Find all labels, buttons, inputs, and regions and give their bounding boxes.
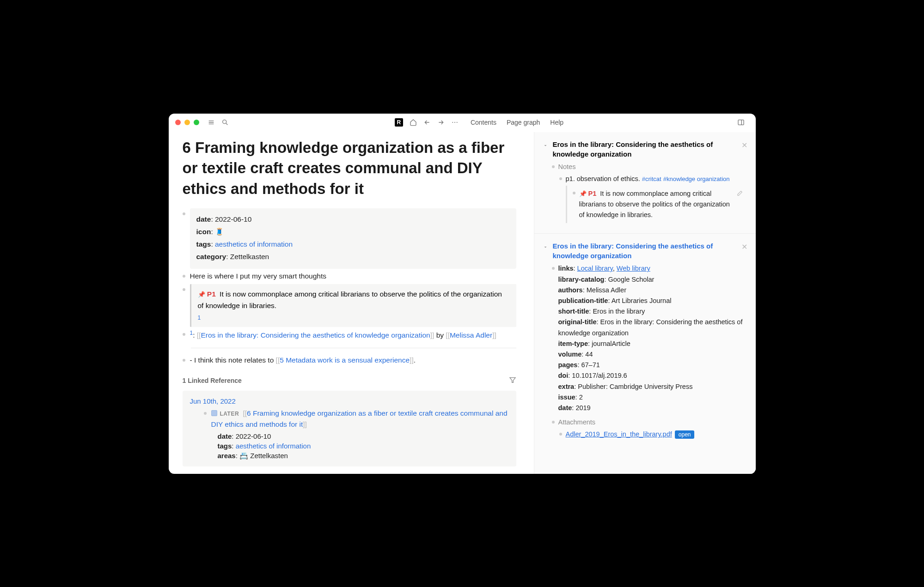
citation-link[interactable]: Eros in the library: Considering the aes… (201, 331, 430, 339)
issue-key: issue (558, 393, 575, 401)
callout-block: 📌 P1 It is now commonplace among critica… (183, 284, 516, 327)
meta-category-key: category (196, 253, 226, 260)
chevron-down-icon[interactable] (543, 142, 548, 150)
doi-val: 10.1017/alj.2019.6 (572, 372, 627, 379)
more-icon[interactable] (451, 119, 459, 126)
catalog-val: Google Scholar (608, 276, 654, 283)
linked-header-text: 1 Linked Reference (183, 377, 242, 384)
todo-checkbox[interactable] (211, 410, 217, 416)
divider (191, 348, 516, 348)
linked-title-link[interactable]: 6 Framing knowledge organization as a fi… (211, 409, 508, 429)
type-key: item-type (558, 340, 588, 347)
pages-key: pages (558, 361, 578, 369)
linked-areas-key: areas (218, 452, 236, 460)
bullet-icon (183, 288, 185, 291)
meta-block: date: 2022-06-10 icon: 🧵 tags: aesthetic… (183, 208, 516, 269)
short-val: Eros in the library (593, 308, 645, 315)
notes-label: Notes (558, 162, 576, 172)
body-line: Here is where I put my very smart though… (183, 271, 516, 282)
app-window: R Contents Page graph Help (169, 114, 756, 474)
linked-tags-key: tags (218, 442, 232, 450)
bullet-icon (559, 433, 562, 436)
meta-icon-key: icon (196, 228, 211, 236)
rp-date-val: 2019 (575, 404, 590, 412)
sidebar-card-title-link[interactable]: Eros in the library: Considering the aes… (553, 241, 737, 260)
pub-val: Art Libraries Journal (612, 297, 672, 304)
web-library-link[interactable]: Web library (617, 265, 650, 272)
linked-areas-val: 📇 Zettelkasten (239, 452, 288, 460)
bullet-icon (552, 165, 555, 168)
bullet-icon (573, 192, 575, 194)
svg-point-7 (457, 122, 458, 123)
bullet-icon (183, 212, 185, 215)
right-sidebar[interactable]: Eros in the library: Considering the aes… (534, 132, 756, 474)
short-key: short-title (558, 308, 589, 315)
filter-icon[interactable] (509, 376, 516, 385)
meta-date-value: 2022-06-10 (215, 215, 251, 223)
author-link[interactable]: Melissa Adler (450, 331, 492, 339)
body-text: Here is where I put my very smart though… (190, 271, 326, 282)
close-window-button[interactable] (175, 120, 181, 125)
main-pane[interactable]: 6 Framing knowledge organization as a fi… (169, 132, 534, 474)
back-icon[interactable] (423, 119, 431, 126)
callout-text: It is now commonplace among critical lib… (198, 290, 502, 309)
linked-tags-link[interactable]: aesthetics of information (236, 442, 311, 450)
maximize-window-button[interactable] (194, 120, 199, 125)
right-menu: Contents Page graph Help (463, 119, 571, 126)
links-key: links (558, 265, 574, 272)
bullet-icon (183, 333, 185, 336)
close-icon[interactable]: ✕ (741, 242, 747, 251)
search-icon[interactable] (221, 119, 229, 126)
hashtag-knowledge-org[interactable]: #knowledge organization (663, 175, 730, 182)
sidebar-card-notes: Eros in the library: Considering the aes… (534, 132, 756, 231)
svg-point-5 (452, 122, 453, 123)
hashtag-critcat[interactable]: #critcat (642, 175, 661, 182)
attachment-link[interactable]: Adler_2019_Eros_in_the_library.pdf (566, 430, 672, 438)
pin-icon: 📌 (198, 291, 205, 298)
home-icon[interactable] (410, 119, 417, 126)
sidebar-card-title[interactable]: Eros in the library: Considering the aes… (553, 139, 737, 159)
linked-references-header[interactable]: 1 Linked Reference (183, 376, 516, 385)
menu-page-graph[interactable]: Page graph (507, 119, 540, 126)
meta-icon-value: 🧵 (215, 228, 224, 236)
relates-suffix: . (414, 356, 416, 364)
hamburger-icon[interactable] (208, 119, 215, 126)
relates-row: - I think this note relates to [[5 Metad… (183, 355, 516, 366)
relates-link[interactable]: 5 Metadata work is a sensual experience (280, 356, 410, 364)
bullet-icon (204, 412, 207, 415)
p1-label: P1 (207, 290, 216, 298)
menu-help[interactable]: Help (550, 119, 563, 126)
type-val: journalArticle (592, 340, 630, 347)
linked-date-link[interactable]: Jun 10th, 2022 (190, 397, 509, 405)
authors-key: authors (558, 286, 583, 294)
bullet-icon (552, 267, 555, 270)
panel-toggle-icon[interactable] (737, 119, 745, 126)
pin-icon: 📌 (579, 190, 587, 197)
forward-icon[interactable] (437, 119, 445, 126)
close-icon[interactable]: ✕ (741, 141, 747, 150)
menu-contents[interactable]: Contents (471, 119, 496, 126)
minimize-window-button[interactable] (184, 120, 190, 125)
bullet-icon (183, 275, 185, 278)
by-text: by (434, 331, 446, 339)
app-logo[interactable]: R (395, 118, 403, 127)
issue-val: 2 (579, 393, 583, 401)
footnote-ref[interactable]: 1 (198, 314, 510, 322)
linked-reference-block: Jun 10th, 2022 LATER [[6 Framing knowled… (183, 391, 516, 467)
pages-val: 67–71 (581, 361, 600, 369)
catalog-key: library-catalog (558, 276, 605, 283)
later-badge: LATER (220, 410, 239, 418)
chevron-down-icon[interactable] (543, 243, 548, 252)
open-button[interactable]: open (675, 430, 695, 439)
titlebar: R Contents Page graph Help (169, 114, 756, 132)
edit-icon[interactable] (736, 189, 743, 200)
bullet-icon (552, 421, 555, 424)
svg-marker-10 (510, 377, 515, 382)
p1-text: It is now commonplace among critical lib… (579, 190, 730, 218)
sidebar-card-metadata: Eros in the library: Considering the aes… (534, 233, 756, 448)
meta-tags-link[interactable]: aesthetics of information (215, 240, 293, 248)
local-library-link[interactable]: Local library (577, 265, 613, 272)
svg-point-3 (222, 120, 226, 124)
vol-val: 44 (585, 351, 593, 358)
meta-category-value: Zettelkasten (230, 253, 269, 260)
